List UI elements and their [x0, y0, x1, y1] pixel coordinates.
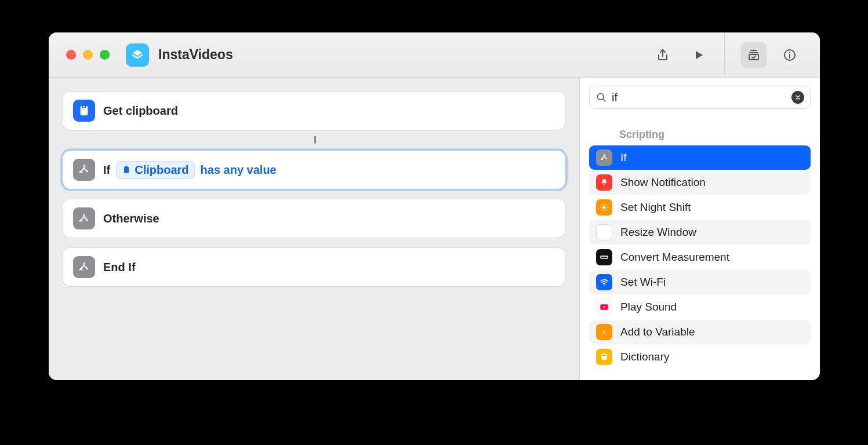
- action-result-dictionary[interactable]: Dictionary: [589, 345, 811, 369]
- action-result-convert-measurement[interactable]: Convert Measurement: [589, 245, 811, 269]
- app-window: InstaVideos: [49, 32, 820, 380]
- branch-icon: [73, 207, 95, 229]
- action-result-label: Show Notification: [620, 176, 706, 189]
- svg-rect-17: [601, 354, 606, 360]
- action-end-if[interactable]: End If: [63, 248, 565, 286]
- sun-icon: [596, 199, 612, 216]
- condition-picker[interactable]: has any value: [201, 163, 277, 177]
- action-result-set-wi-fi[interactable]: Set Wi-Fi: [589, 270, 811, 294]
- svg-text:x: x: [602, 327, 606, 335]
- svg-point-14: [604, 284, 605, 286]
- clipboard-icon: [73, 100, 95, 122]
- action-otherwise[interactable]: Otherwise: [63, 199, 565, 238]
- titlebar: InstaVideos: [49, 32, 820, 78]
- action-library-sidebar: Scripting IfShow NotificationSet Night S…: [580, 78, 820, 380]
- shortcut-title[interactable]: InstaVideos: [158, 47, 233, 63]
- action-result-label: If: [620, 151, 627, 164]
- svg-point-5: [86, 170, 88, 172]
- minimize-window-button[interactable]: [83, 50, 93, 60]
- toolbar-right: [731, 42, 808, 68]
- if-expression: IfClipboardhas any value: [103, 161, 277, 179]
- search-icon: [595, 92, 607, 103]
- svg-point-12: [602, 206, 605, 209]
- shortcut-app-icon: [126, 43, 149, 67]
- insertion-point[interactable]: [63, 138, 565, 144]
- branch-icon: [73, 256, 95, 278]
- action-result-label: Set Wi-Fi: [620, 276, 666, 289]
- svg-rect-4: [82, 105, 86, 108]
- run-button[interactable]: [686, 42, 711, 68]
- action-library-toggle[interactable]: [741, 42, 767, 68]
- action-result-label: Add to Variable: [620, 326, 695, 338]
- window-controls: [66, 50, 110, 60]
- clear-search-button[interactable]: [791, 91, 804, 104]
- action-result-label: Dictionary: [620, 351, 669, 363]
- close-window-button[interactable]: [66, 50, 76, 60]
- zoom-window-button[interactable]: [100, 50, 110, 60]
- bell-icon: [596, 174, 612, 191]
- action-result-show-notification[interactable]: Show Notification: [589, 170, 811, 195]
- action-get-clipboard[interactable]: Get clipboard: [63, 92, 565, 130]
- action-search: [589, 86, 811, 109]
- action-title: Otherwise: [103, 212, 159, 225]
- action-title: Get clipboard: [103, 104, 178, 118]
- workflow-editor[interactable]: Get clipboardIfClipboardhas any valueOth…: [49, 78, 580, 380]
- variable-token-label: Clipboard: [135, 163, 188, 177]
- branch-icon: [596, 149, 612, 166]
- share-button[interactable]: [650, 42, 675, 68]
- action-results: Scripting IfShow NotificationSet Night S…: [580, 115, 820, 380]
- if-keyword: If: [103, 163, 110, 177]
- action-result-add-to-variable[interactable]: xAdd to Variable: [589, 320, 811, 344]
- svg-rect-18: [602, 355, 605, 356]
- action-result-label: Convert Measurement: [620, 251, 729, 264]
- book-icon: [596, 349, 612, 365]
- results-section-header: Scripting: [589, 117, 811, 145]
- svg-rect-7: [125, 166, 128, 168]
- action-result-label: Play Sound: [620, 301, 677, 313]
- action-result-resize-window[interactable]: Resize Window: [589, 220, 811, 245]
- ruler-icon: [596, 249, 612, 265]
- svg-point-8: [86, 219, 88, 221]
- action-result-if[interactable]: If: [589, 145, 811, 170]
- splitgrid-icon: [596, 224, 612, 240]
- action-result-play-sound[interactable]: Play Sound: [589, 295, 811, 319]
- info-button[interactable]: [777, 42, 802, 68]
- action-if[interactable]: IfClipboardhas any value: [63, 151, 565, 189]
- svg-point-2: [789, 52, 790, 53]
- svg-point-11: [606, 158, 607, 159]
- toolbar-separator: [724, 32, 725, 78]
- branch-icon: [73, 159, 95, 181]
- action-title: End If: [103, 261, 136, 274]
- svg-point-9: [86, 268, 88, 269]
- action-result-label: Set Night Shift: [620, 201, 691, 214]
- play-icon: [596, 299, 612, 315]
- action-search-input[interactable]: [607, 91, 791, 104]
- action-result-set-night-shift[interactable]: Set Night Shift: [589, 195, 811, 220]
- x-icon: x: [596, 324, 612, 340]
- wifi-icon: [596, 274, 612, 290]
- variable-token-clipboard[interactable]: Clipboard: [116, 161, 194, 179]
- action-result-label: Resize Window: [620, 226, 696, 239]
